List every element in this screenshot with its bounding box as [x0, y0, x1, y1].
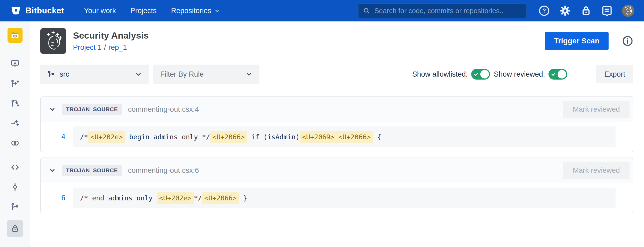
nav-repositories[interactable]: Repositories [171, 7, 220, 15]
search-icon [363, 7, 370, 14]
toggle-knob [558, 70, 566, 78]
global-search [358, 3, 526, 18]
help-icon[interactable]: ? [538, 5, 550, 17]
code-line-number: 4 [50, 133, 65, 141]
chevron-down-icon [214, 8, 220, 14]
collapse-chevron-icon[interactable] [49, 106, 56, 113]
bitbucket-logo[interactable]: Bitbucket [10, 5, 64, 16]
stars [47, 31, 62, 39]
bitbucket-bucket-icon [10, 5, 21, 16]
branch-selected-value: src [60, 70, 131, 78]
code-folder-icon [10, 30, 20, 40]
navbar-icon-group: ? [538, 5, 634, 17]
toggle-knob [480, 70, 489, 78]
feedback-icon[interactable] [601, 5, 613, 17]
title-block: Security Analysis Project 1 / rep_1 [73, 30, 149, 51]
mark-reviewed-button[interactable]: Mark reviewed [563, 101, 630, 118]
finding-location: commenting-out.csx:6 [128, 166, 199, 175]
top-navbar: Bitbucket Your work Projects Repositorie… [0, 0, 644, 21]
code-line-number: 6 [50, 194, 65, 202]
show-reviewed-toggle[interactable] [548, 69, 567, 80]
source-code-icon[interactable] [9, 161, 21, 174]
finding-location: commenting-out.csx:4 [128, 105, 199, 114]
show-allowlisted-label: Show allowlisted: [412, 70, 468, 78]
page-header: Security Analysis Project 1 / rep_1 Trig… [40, 28, 633, 54]
svg-text:?: ? [542, 7, 546, 14]
trigger-scan-button[interactable]: Trigger Scan [545, 32, 609, 50]
brand-name: Bitbucket [25, 6, 64, 16]
finding-card-body: 4 /*<U+202e> begin admins only */<U+2066… [41, 122, 633, 152]
rule-filter-dropdown[interactable]: Filter By Rule [153, 65, 259, 84]
show-reviewed-label: Show reviewed: [494, 70, 545, 78]
finding-card-header: TROJAN_SOURCE commenting-out.csx:4 Mark … [41, 97, 633, 122]
sidebar-action-group [9, 57, 21, 149]
nav-your-work[interactable]: Your work [84, 7, 116, 15]
commits-icon[interactable] [9, 181, 21, 193]
sidebar-divider [7, 155, 23, 155]
settings-gear-icon[interactable] [559, 5, 571, 17]
page-title: Security Analysis [73, 30, 149, 41]
nav-projects[interactable]: Projects [130, 7, 157, 15]
breadcrumb-project-link[interactable]: Project 1 [73, 43, 102, 52]
create-branch-icon[interactable] [9, 77, 21, 90]
export-button[interactable]: Export [596, 65, 633, 83]
branches-icon[interactable] [9, 200, 21, 213]
branch-icon [47, 70, 55, 78]
rule-badge: TROJAN_SOURCE [62, 104, 122, 115]
check-icon [474, 72, 479, 77]
sidebar-nav-group [7, 161, 23, 237]
code-line: /* end admins only <U+202e>*/<U+2066> } [73, 188, 616, 208]
code-line: /*<U+202e> begin admins only */<U+2066> … [73, 126, 616, 147]
breadcrumb-separator: / [104, 43, 106, 52]
breadcrumb-repo-link[interactable]: rep_1 [108, 43, 127, 52]
rule-filter-placeholder: Filter By Rule [160, 70, 241, 78]
chevron-down-icon [246, 71, 253, 78]
stars [625, 6, 632, 10]
branch-selector-dropdown[interactable]: src [40, 65, 149, 84]
clone-icon[interactable] [9, 57, 21, 70]
search-input[interactable] [374, 6, 522, 15]
finding-card-body: 6 /* end admins only <U+202e>*/<U+2066> … [41, 183, 633, 213]
info-icon[interactable] [622, 35, 633, 47]
repo-avatar-small[interactable] [8, 28, 23, 43]
mark-reviewed-button[interactable]: Mark reviewed [563, 162, 630, 179]
chevron-down-icon [135, 71, 142, 78]
breadcrumb: Project 1 / rep_1 [73, 43, 149, 52]
filter-toolbar: src Filter By Rule Show allowlisted: [40, 65, 633, 84]
toggle-zone: Show allowlisted: Show reviewed: Export [412, 65, 633, 83]
create-pull-request-icon[interactable] [9, 97, 21, 110]
rule-badge: TROJAN_SOURCE [62, 165, 122, 176]
show-allowlisted-toggle[interactable] [471, 69, 490, 80]
header-actions: Trigger Scan [545, 32, 633, 50]
repo-avatar [40, 28, 66, 54]
repo-sidebar [0, 21, 30, 247]
finding-card-header: TROJAN_SOURCE commenting-out.csx:6 Mark … [41, 158, 633, 183]
finding-card: TROJAN_SOURCE commenting-out.csx:4 Mark … [40, 96, 633, 152]
main-content: Security Analysis Project 1 / rep_1 Trig… [30, 21, 644, 247]
primary-nav: Your work Projects Repositories [84, 7, 220, 15]
lock-icon[interactable] [580, 5, 592, 17]
user-avatar[interactable] [622, 5, 634, 17]
security-lock-icon[interactable] [7, 220, 23, 237]
check-icon [551, 72, 556, 77]
forks-icon[interactable] [9, 137, 21, 149]
finding-card: TROJAN_SOURCE commenting-out.csx:6 Mark … [40, 158, 633, 213]
compare-icon[interactable] [9, 117, 21, 130]
collapse-chevron-icon[interactable] [49, 167, 56, 174]
